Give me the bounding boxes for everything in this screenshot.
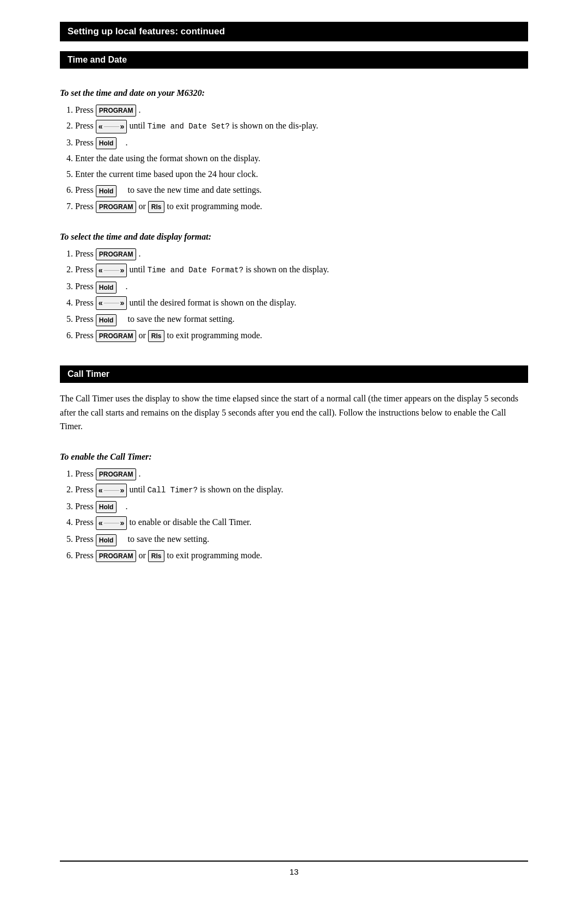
program-key: PROGRAM — [96, 468, 137, 480]
list-item: Press Hold to save the new time and date… — [75, 184, 528, 197]
program-key: PROGRAM — [96, 105, 137, 117]
enable-call-timer-steps: Press PROGRAM . Press « » until Call Tim… — [75, 467, 528, 565]
rls-key: Rls — [148, 201, 165, 213]
list-item: Press « » until Time and Date Set? is sh… — [75, 119, 528, 133]
list-item: Press Hold to save the new setting. — [75, 533, 528, 546]
format-title: To select the time and date display form… — [60, 232, 528, 242]
hold-key: Hold — [96, 282, 117, 294]
list-item: Press « » to enable or disable the Call … — [75, 516, 528, 530]
nav-key: « » — [96, 516, 127, 530]
list-item: Press Hold to save the new format settin… — [75, 313, 528, 326]
rls-key: Rls — [148, 330, 165, 342]
list-item: Press PROGRAM or Rls to exit programming… — [75, 549, 528, 562]
nav-key: « » — [96, 120, 127, 133]
hold-key: Hold — [96, 314, 117, 326]
list-item: Press PROGRAM or Rls to exit programming… — [75, 329, 528, 342]
page-number: 13 — [290, 867, 299, 876]
nav-key: « » — [96, 264, 127, 277]
list-item: Press PROGRAM . — [75, 467, 528, 480]
list-item: Press « » until the desired format is sh… — [75, 296, 528, 310]
list-item: Enter the date using the format shown on… — [75, 152, 528, 165]
nav-key: « » — [96, 296, 127, 310]
list-item: Press « » until Time and Date Format? is… — [75, 263, 528, 277]
page: Setting up local features: continued Tim… — [60, 0, 528, 909]
hold-key: Hold — [96, 501, 117, 513]
enable-call-timer-title: To enable the Call Timer: — [60, 452, 528, 462]
hold-key: Hold — [96, 534, 117, 546]
list-item: Press PROGRAM . — [75, 247, 528, 260]
hold-key: Hold — [96, 185, 117, 197]
format-steps: Press PROGRAM . Press « » until Time and… — [75, 247, 528, 345]
list-item: Press PROGRAM . — [75, 103, 528, 117]
page-footer: 13 — [60, 861, 528, 876]
list-item: Press Hold . — [75, 136, 528, 149]
list-item: Enter the current time based upon the 24… — [75, 168, 528, 181]
call-timer-description: The Call Timer uses the display to show … — [60, 392, 528, 434]
time-date-header: Time and Date — [60, 51, 528, 69]
list-item: Press Hold . — [75, 500, 528, 513]
list-item: Press PROGRAM or Rls to exit programming… — [75, 200, 528, 213]
nav-key: « » — [96, 484, 127, 497]
list-item: Press Hold . — [75, 280, 528, 293]
program-key: PROGRAM — [96, 550, 137, 562]
program-key: PROGRAM — [96, 201, 137, 213]
set-time-date-steps: Press PROGRAM . Press « » until Time and… — [75, 103, 528, 216]
program-key: PROGRAM — [96, 330, 137, 342]
program-key: PROGRAM — [96, 248, 137, 260]
call-timer-header: Call Timer — [60, 365, 528, 383]
set-time-date-title: To set the time and date on your M6320: — [60, 88, 528, 98]
rls-key: Rls — [148, 550, 165, 562]
list-item: Press « » until Call Timer? is shown on … — [75, 483, 528, 497]
section-header: Setting up local features: continued — [60, 22, 528, 41]
hold-key: Hold — [96, 137, 117, 149]
